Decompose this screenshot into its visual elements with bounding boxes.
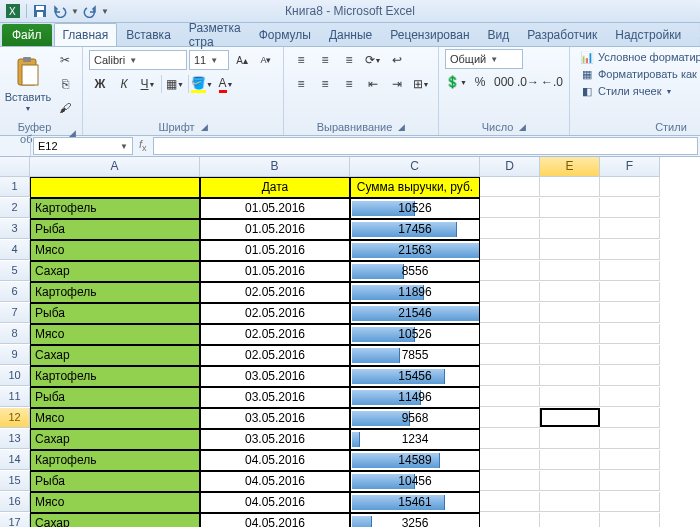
excel-icon[interactable]: X <box>4 3 22 19</box>
dialog-launcher-icon[interactable]: ◢ <box>398 122 405 132</box>
cell-C2[interactable]: 10526 <box>350 198 480 219</box>
col-header-F[interactable]: F <box>600 157 660 177</box>
copy-icon[interactable]: ⎘ <box>54 73 76 95</box>
cell-B11[interactable]: 03.05.2016 <box>200 387 350 408</box>
cell-A7[interactable]: Рыба <box>30 303 200 324</box>
cell-A17[interactable]: Сахар <box>30 513 200 527</box>
cell-C9[interactable]: 7855 <box>350 345 480 366</box>
cell-E17[interactable] <box>540 513 600 527</box>
cell-F16[interactable] <box>600 492 660 512</box>
percent-format-icon[interactable]: % <box>469 71 491 93</box>
cell-B16[interactable]: 04.05.2016 <box>200 492 350 513</box>
cell-A9[interactable]: Сахар <box>30 345 200 366</box>
row-header-3[interactable]: 3 <box>0 219 30 239</box>
cell-A10[interactable]: Картофель <box>30 366 200 387</box>
col-header-C[interactable]: C <box>350 157 480 177</box>
cell-E8[interactable] <box>540 324 600 344</box>
spreadsheet-grid[interactable]: ABCDEF1ДатаСумма выручки, руб.2Картофель… <box>0 157 700 527</box>
redo-icon[interactable] <box>81 3 99 19</box>
cell-E3[interactable] <box>540 219 600 239</box>
cell-F3[interactable] <box>600 219 660 239</box>
orientation-icon[interactable]: ⟳▼ <box>362 49 384 71</box>
cell-F1[interactable] <box>600 177 660 197</box>
cell-D13[interactable] <box>480 429 540 449</box>
bold-button[interactable]: Ж <box>89 73 111 95</box>
cell-C10[interactable]: 15456 <box>350 366 480 387</box>
row-header-6[interactable]: 6 <box>0 282 30 302</box>
cell-F12[interactable] <box>600 408 660 428</box>
cell-A12[interactable]: Мясо <box>30 408 200 429</box>
header-C[interactable]: Сумма выручки, руб. <box>350 177 480 198</box>
tab-формулы[interactable]: Формулы <box>250 23 320 46</box>
header-A[interactable] <box>30 177 200 198</box>
row-header-2[interactable]: 2 <box>0 198 30 218</box>
undo-dropdown-icon[interactable]: ▼ <box>71 7 79 16</box>
tab-рецензирован[interactable]: Рецензирован <box>381 23 478 46</box>
cell-B9[interactable]: 02.05.2016 <box>200 345 350 366</box>
col-header-A[interactable]: A <box>30 157 200 177</box>
cell-B12[interactable]: 03.05.2016 <box>200 408 350 429</box>
cell-D16[interactable] <box>480 492 540 512</box>
cell-D17[interactable] <box>480 513 540 527</box>
row-header-13[interactable]: 13 <box>0 429 30 449</box>
cell-E1[interactable] <box>540 177 600 197</box>
cell-F17[interactable] <box>600 513 660 527</box>
conditional-formatting-button[interactable]: 📊Условное форматирование▼ <box>576 49 700 65</box>
font-name-combo[interactable]: Calibri▼ <box>89 50 187 70</box>
dialog-launcher-icon[interactable]: ◢ <box>519 122 526 132</box>
cell-F14[interactable] <box>600 450 660 470</box>
row-header-5[interactable]: 5 <box>0 261 30 281</box>
cell-C5[interactable]: 8556 <box>350 261 480 282</box>
cell-C4[interactable]: 21563 <box>350 240 480 261</box>
cell-D3[interactable] <box>480 219 540 239</box>
cell-D5[interactable] <box>480 261 540 281</box>
row-header-12[interactable]: 12 <box>0 408 30 428</box>
align-middle-icon[interactable]: ≡ <box>314 49 336 71</box>
cell-D1[interactable] <box>480 177 540 197</box>
cell-E16[interactable] <box>540 492 600 512</box>
row-header-10[interactable]: 10 <box>0 366 30 386</box>
cell-E5[interactable] <box>540 261 600 281</box>
cell-D11[interactable] <box>480 387 540 407</box>
format-as-table-button[interactable]: ▦Форматировать как таблицу▼ <box>576 66 700 82</box>
cell-C14[interactable]: 14589 <box>350 450 480 471</box>
cell-D4[interactable] <box>480 240 540 260</box>
cell-C13[interactable]: 1234 <box>350 429 480 450</box>
cell-B17[interactable]: 04.05.2016 <box>200 513 350 527</box>
cell-F4[interactable] <box>600 240 660 260</box>
cell-C8[interactable]: 10526 <box>350 324 480 345</box>
align-right-icon[interactable]: ≡ <box>338 73 360 95</box>
cell-F8[interactable] <box>600 324 660 344</box>
cell-D10[interactable] <box>480 366 540 386</box>
cell-A15[interactable]: Рыба <box>30 471 200 492</box>
cell-F6[interactable] <box>600 282 660 302</box>
tab-разметка стра[interactable]: Разметка стра <box>180 23 250 46</box>
cell-C3[interactable]: 17456 <box>350 219 480 240</box>
cell-B8[interactable]: 02.05.2016 <box>200 324 350 345</box>
row-header-8[interactable]: 8 <box>0 324 30 344</box>
increase-indent-icon[interactable]: ⇥ <box>386 73 408 95</box>
row-header-15[interactable]: 15 <box>0 471 30 491</box>
cell-C6[interactable]: 11896 <box>350 282 480 303</box>
align-bottom-icon[interactable]: ≡ <box>338 49 360 71</box>
tab-главная[interactable]: Главная <box>54 23 118 46</box>
cell-C16[interactable]: 15461 <box>350 492 480 513</box>
cell-B10[interactable]: 03.05.2016 <box>200 366 350 387</box>
col-header-E[interactable]: E <box>540 157 600 177</box>
shrink-font-icon[interactable]: A▾ <box>255 49 277 71</box>
align-left-icon[interactable]: ≡ <box>290 73 312 95</box>
cell-F9[interactable] <box>600 345 660 365</box>
undo-icon[interactable] <box>51 3 69 19</box>
cell-B3[interactable]: 01.05.2016 <box>200 219 350 240</box>
name-box[interactable]: E12▼ <box>33 137 133 155</box>
paste-button[interactable]: Вставить ▼ <box>6 49 50 119</box>
cell-D8[interactable] <box>480 324 540 344</box>
cell-A4[interactable]: Мясо <box>30 240 200 261</box>
cell-A3[interactable]: Рыба <box>30 219 200 240</box>
col-header-D[interactable]: D <box>480 157 540 177</box>
cell-A11[interactable]: Рыба <box>30 387 200 408</box>
qat-customize-icon[interactable]: ▼ <box>101 7 109 16</box>
cell-C12[interactable]: 9568 <box>350 408 480 429</box>
font-color-button[interactable]: A▼ <box>215 73 237 95</box>
cell-D2[interactable] <box>480 198 540 218</box>
